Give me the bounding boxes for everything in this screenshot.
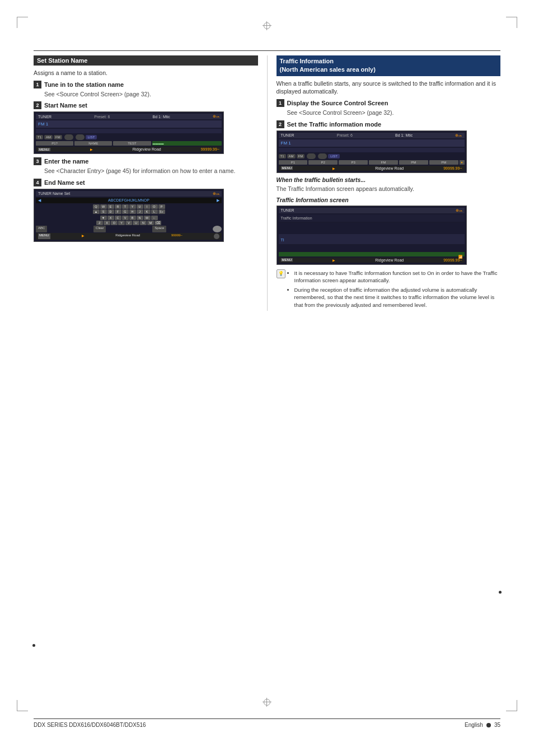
- screen-station-1: Ridgeview Road: [133, 147, 161, 151]
- screen-btn-am: AM: [44, 135, 53, 139]
- step-4-number: 4: [34, 179, 41, 186]
- kbd-bottom-row: ABC Clear Space: [36, 226, 222, 232]
- left-intro: Assigns a name to a station.: [34, 69, 258, 77]
- screen-p1: P1?: [36, 141, 73, 146]
- right-intro: When a traffic bulletin starts, any sour…: [277, 80, 501, 96]
- page-number: English 35: [465, 722, 500, 728]
- right-step-1-title: Display the Source Control Screen: [287, 100, 388, 106]
- kbd-row-3: Z X O Y V U N M ⌫: [36, 221, 222, 225]
- kbd-text: ABCDEFGHIJKLMNOP: [108, 198, 149, 203]
- kbd-arrow-left: ◀: [38, 198, 41, 203]
- step-2: 2 Start Name set TUNER Preset: 6 Bd 1: M…: [34, 101, 258, 154]
- kbd-freq: 99999~: [171, 234, 182, 239]
- traffic-tuner-screen: TUNER Preset: 6 Bd 1: Mtic ⊕ₐₕ FM 1 T1 A…: [277, 130, 467, 173]
- when-text: The Traffic Information screen appears a…: [277, 185, 501, 193]
- step-2-header: 2 Start Name set: [34, 101, 258, 109]
- footer-series: DDX SERIES DDX616/DDX6046BT/DDX516: [34, 722, 146, 728]
- step-4: 4 End Name set TUNER Name Set ⊕ₐₕ ◀ ABCD…: [34, 179, 258, 242]
- screen-top-bar-1: TUNER Preset: 6 Bd 1: Mtic ⊕ₐₕ: [36, 114, 222, 119]
- screen-time-1: Bd 1: Mtic: [153, 115, 170, 119]
- right-step-1-header: 1 Display the Source Control Screen: [277, 99, 501, 107]
- left-column: Set Station Name Assigns a name to a sta…: [34, 55, 268, 311]
- screen-icon-1: ⊕ₐₕ: [213, 114, 219, 119]
- kbd-arrow-right: ▶: [217, 198, 219, 203]
- kbd-top: TUNER Name Set ⊕ₐₕ: [36, 191, 222, 197]
- left-bullet-dot: [32, 644, 35, 647]
- step-4-title: End Name set: [44, 179, 85, 186]
- step-3-title: Enter the name: [44, 158, 88, 165]
- screen-freq-1: FM 1: [38, 122, 48, 127]
- traffic-screen-label: Traffic Information screen: [277, 197, 501, 203]
- kbd-end-knob: [214, 234, 219, 239]
- kbd-input: ◀ ABCDEFGHIJKLMNOP ▶: [36, 198, 222, 203]
- step-1: 1 Tune in to the station name See <Sourc…: [34, 81, 258, 99]
- screen-freq-display-1: 99999.99~: [201, 147, 219, 151]
- right-header-line1: Traffic Information: [280, 57, 498, 66]
- step-2-title: Start Name set: [44, 102, 87, 109]
- kbd-row-2: ▼ X C V B N M ←: [36, 216, 222, 220]
- footer-page: 35: [494, 722, 500, 728]
- top-divider: [34, 50, 500, 51]
- step-3-header: 3 Enter the name: [34, 157, 258, 165]
- kbd-abc-btn: ABC: [36, 226, 47, 232]
- screen-btn-fm: FM: [54, 135, 62, 139]
- tip-box: 💡 It is necessary to have Traffic Inform…: [277, 269, 501, 311]
- screen-btn-t1: T1: [36, 135, 43, 139]
- right-step-2-number: 2: [277, 120, 284, 128]
- step-1-header: 1 Tune in to the station name: [34, 81, 258, 88]
- screen-buttons-1: T1 AM FM LIST: [36, 134, 222, 140]
- crop-mark-tl: [17, 17, 28, 28]
- right-header-line2: (North American sales area only): [280, 66, 498, 74]
- kbd-row-1b: ▲ S D F G H J K L S+: [36, 209, 222, 214]
- step-3-text: See <Character Entry> (page 45) for info…: [44, 167, 258, 175]
- right-step-1-text: See <Source Control Screen> (page 32).: [287, 109, 501, 117]
- kbd-space-btn: Space: [152, 226, 166, 232]
- tip-icon: 💡: [277, 269, 285, 278]
- right-step-2-header: 2 Set the Traffic information mode: [277, 120, 501, 128]
- screen-tuner-label-1: TUNER: [38, 115, 51, 119]
- page-dot: [486, 723, 491, 727]
- traffic-screen-top: TUNER Preset: 6 Bd 1: Mtic ⊕ₐₕ: [279, 133, 465, 138]
- crop-mark-tr: [506, 17, 517, 28]
- kbd-arrow: ▶: [82, 234, 85, 239]
- screen-arrow-1: ▶: [90, 147, 93, 151]
- traffic-info-screen: TUNER ⊕ₐₕ Traffic Information TI 📶 MENU …: [277, 206, 467, 265]
- screen-bottom-1: MENU ▶ Ridgeview Road 99999.99~: [36, 147, 222, 152]
- screen-bar: ▬▬▬▬: [152, 141, 222, 146]
- step-3-number: 3: [34, 157, 41, 165]
- step-1-number: 1: [34, 81, 41, 88]
- kbd-knob: [213, 226, 222, 232]
- left-section-header: Set Station Name: [34, 55, 258, 66]
- step-4-header: 4 End Name set: [34, 179, 258, 186]
- kbd-title: TUNER Name Set: [38, 192, 70, 196]
- step-1-text: See <Source Control Screen> (page 32).: [44, 90, 258, 99]
- right-bullet-dot: [499, 591, 502, 594]
- kbd-screen-bottom: MENU ▶ Ridgeview Road 99999~: [36, 233, 222, 240]
- screen-p3: TEST: [113, 141, 151, 146]
- when-label: When the traffic bulletin starts...: [277, 176, 501, 183]
- step-1-title: Tune in to the station name: [44, 81, 124, 88]
- tip-text: It is necessary to have Traffic Informat…: [288, 269, 501, 311]
- screen-menu-1: MENU: [38, 148, 50, 151]
- screen-knob: [64, 134, 73, 140]
- tip-2: During the reception of traffic informat…: [294, 286, 501, 309]
- right-step-1-number: 1: [277, 99, 284, 107]
- kbd-row-1: Q W E R T Y U I O P: [36, 204, 222, 209]
- kbd-clear-btn: Clear: [93, 226, 106, 232]
- right-step-2-title: Set the Traffic information mode: [287, 121, 382, 128]
- right-section-header: Traffic Information (North American sale…: [277, 55, 501, 76]
- screen-preset-1: Preset: 6: [94, 115, 110, 119]
- step-2-number: 2: [34, 101, 41, 109]
- screen-btn-list: LIST: [86, 135, 97, 139]
- step-3: 3 Enter the name See <Character Entry> (…: [34, 157, 258, 175]
- tip-1: It is necessary to have Traffic Informat…: [294, 269, 501, 284]
- page-footer: DDX SERIES DDX616/DDX6046BT/DDX516 Engli…: [34, 718, 500, 728]
- screen-presets-1: P1? NAME TEST ▬▬▬▬: [36, 141, 222, 146]
- crop-mark-bl: [17, 700, 28, 711]
- footer-lang: English: [465, 722, 483, 728]
- kbd-icon: ⊕ₐₕ: [213, 192, 219, 196]
- keyboard-screen: TUNER Name Set ⊕ₐₕ ◀ ABCDEFGHIJKLMNOP ▶ …: [34, 189, 224, 242]
- tuner-screen-1: TUNER Preset: 6 Bd 1: Mtic ⊕ₐₕ FM 1 T1 A…: [34, 111, 224, 154]
- right-column: Traffic Information (North American sale…: [268, 55, 501, 311]
- main-content: Set Station Name Assigns a name to a sta…: [34, 50, 500, 700]
